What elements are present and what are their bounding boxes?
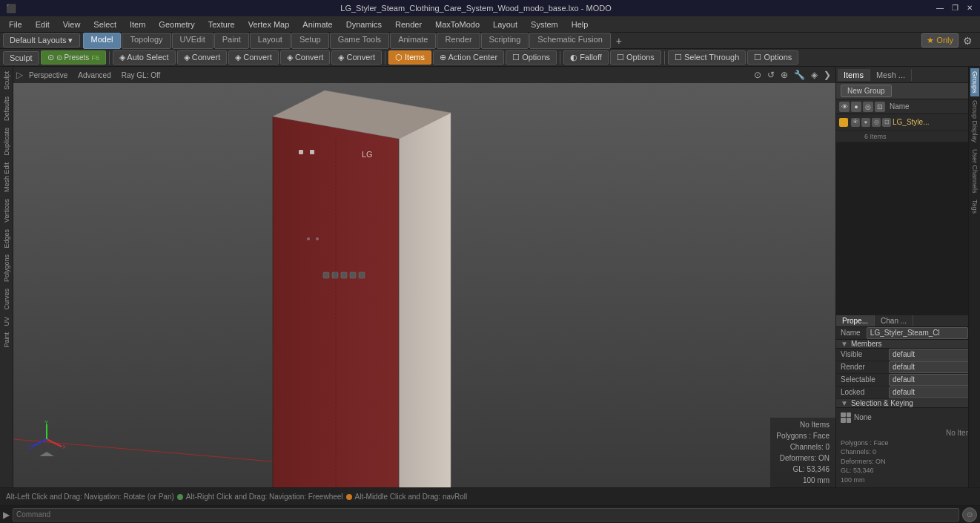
left-tab-edges[interactable]: Edges	[1, 226, 12, 251]
command-go-btn[interactable]: ⊙	[962, 507, 977, 522]
selectable-label: Selectable	[841, 375, 889, 384]
visible-dropdown[interactable]: default ▾	[889, 349, 976, 361]
tab-animate[interactable]: Animate	[390, 33, 436, 49]
left-tab-curves[interactable]: Curves	[1, 286, 12, 313]
auto-select-btn[interactable]: ◈ Auto Select	[113, 50, 176, 65]
viewport-icon-6[interactable]: ❯	[822, 70, 832, 80]
options-btn-3[interactable]: ☐ Options	[747, 50, 798, 65]
selection-label: Selection & Keying	[851, 399, 913, 407]
item-vis-dot[interactable]: ●	[861, 118, 870, 127]
locked-dropdown[interactable]: default ▾	[889, 387, 976, 398]
item-vis-circle[interactable]: ◎	[872, 118, 881, 127]
menu-layout[interactable]: Layout	[487, 19, 523, 30]
item-row[interactable]: 👁 ● ◎ ⊡ LG_Style...	[836, 114, 980, 131]
command-input[interactable]	[13, 508, 959, 522]
minimize-btn[interactable]: —	[936, 4, 944, 13]
item-vis-box[interactable]: ⊡	[882, 118, 891, 127]
render-dropdown[interactable]: default ▾	[889, 361, 976, 373]
items-box-icon[interactable]: ⊡	[875, 102, 885, 112]
items-circle-icon[interactable]: ◎	[863, 102, 873, 112]
tab-add[interactable]: +	[612, 33, 626, 49]
tab-topology[interactable]: Topology	[122, 33, 170, 49]
tab-schematic-fusion[interactable]: Schematic Fusion	[529, 33, 610, 49]
tab-render[interactable]: Render	[437, 33, 480, 49]
default-layouts-btn[interactable]: Default Layouts ▾	[3, 33, 80, 47]
props-tab-channels[interactable]: Chan ...	[875, 315, 913, 326]
action-center-btn[interactable]: ⊕ Action Center	[433, 50, 504, 65]
options-btn-1[interactable]: ☐ Options	[506, 50, 557, 65]
viewport-icon-1[interactable]: ⊙	[752, 70, 763, 80]
left-tab-paint[interactable]: Paint	[1, 329, 12, 351]
convert-btn-1[interactable]: ◈ Convert	[177, 50, 228, 65]
viewport-icon-2[interactable]: ↺	[766, 70, 776, 80]
close-btn[interactable]: ✕	[965, 4, 974, 13]
menu-edit[interactable]: Edit	[30, 19, 56, 30]
menu-geometry[interactable]: Geometry	[153, 19, 200, 30]
right-tab-items[interactable]: Items	[838, 69, 870, 81]
left-tab-polygons[interactable]: Polygons	[1, 251, 12, 285]
viewport-icon-3[interactable]: ⊕	[779, 70, 789, 80]
advanced-btn[interactable]: Advanced	[73, 70, 115, 80]
left-tab-mesh-edit[interactable]: Mesh Edit	[1, 159, 12, 195]
options-btn-2[interactable]: ☐ Options	[610, 50, 661, 65]
menu-dynamics[interactable]: Dynamics	[340, 19, 388, 30]
rvtab-user-channels[interactable]: User Channels	[970, 146, 979, 197]
menu-select[interactable]: Select	[87, 19, 122, 30]
sculpt-btn[interactable]: Sculpt	[3, 51, 39, 65]
viewport-area[interactable]: ▷ Perspective Advanced Ray GL: Off ⊙ ↺ ⊕…	[13, 67, 835, 487]
tab-game-tools[interactable]: Game Tools	[330, 33, 390, 49]
ray-gl-btn[interactable]: Ray GL: Off	[117, 70, 165, 80]
members-section-header[interactable]: ▼ Members	[836, 340, 980, 349]
items-eye-icon[interactable]: 👁	[839, 102, 850, 112]
new-group-btn[interactable]: New Group	[841, 85, 892, 97]
command-arrow[interactable]: ▶	[3, 510, 10, 520]
perspective-btn[interactable]: Perspective	[24, 70, 72, 80]
expand-viewport-btn[interactable]: ▷	[16, 70, 23, 80]
tab-scripting[interactable]: Scripting	[481, 33, 529, 49]
selectable-dropdown[interactable]: default ▾	[889, 374, 976, 386]
item-name-label[interactable]: LG_Style...	[893, 118, 977, 126]
selection-keying-header[interactable]: ▼ Selection & Keying	[836, 399, 980, 408]
convert-btn-3[interactable]: ◈ Convert	[280, 50, 331, 65]
rvtab-group-display[interactable]: Group Display	[970, 97, 979, 145]
menu-file[interactable]: File	[3, 19, 28, 30]
menu-animate[interactable]: Animate	[297, 19, 338, 30]
menu-view[interactable]: View	[57, 19, 87, 30]
tab-paint[interactable]: Paint	[214, 33, 249, 49]
left-tab-defaults[interactable]: Defaults	[1, 93, 12, 124]
items-btn[interactable]: ⬡ Items	[388, 50, 431, 65]
menu-render[interactable]: Render	[389, 19, 428, 30]
left-tab-uv[interactable]: UV	[1, 314, 12, 329]
menu-texture[interactable]: Texture	[202, 19, 241, 30]
viewport-canvas[interactable]: LG	[13, 83, 835, 487]
props-name-input[interactable]	[867, 327, 968, 339]
left-tab-duplicate[interactable]: Duplicate	[1, 125, 12, 159]
convert-btn-2[interactable]: ◈ Convert	[228, 50, 279, 65]
item-vis-eye[interactable]: 👁	[851, 118, 860, 127]
convert-btn-4[interactable]: ◈ Convert	[331, 50, 382, 65]
maximize-btn[interactable]: ❐	[950, 4, 959, 13]
items-dot-icon[interactable]: ●	[851, 102, 861, 112]
menu-item[interactable]: Item	[124, 19, 151, 30]
viewport-icon-5[interactable]: ◈	[810, 70, 819, 80]
select-through-btn[interactable]: ☐ Select Through	[668, 50, 746, 65]
left-tab-vertices[interactable]: Vertices	[1, 196, 12, 226]
viewport-icon-4[interactable]: 🔧	[792, 70, 807, 80]
menu-vertex-map[interactable]: Vertex Map	[242, 19, 296, 30]
presets-btn[interactable]: ⊙ ⊙ Presets F6	[41, 50, 106, 65]
props-tab-properties[interactable]: Prope...	[836, 315, 875, 326]
tab-layout[interactable]: Layout	[250, 33, 291, 49]
menu-system[interactable]: System	[525, 19, 564, 30]
star-only-btn[interactable]: ★ Only	[921, 33, 959, 47]
tab-setup[interactable]: Setup	[291, 33, 329, 49]
rvtab-groups[interactable]: Groups	[970, 68, 979, 96]
falloff-btn[interactable]: ◐ Falloff	[563, 50, 609, 65]
right-tab-mesh[interactable]: Mesh ...	[870, 69, 912, 81]
menu-help[interactable]: Help	[566, 19, 595, 30]
menu-maxtomodo[interactable]: MaxToModo	[429, 19, 486, 30]
tab-uvedit[interactable]: UVEdit	[172, 33, 213, 49]
tab-model[interactable]: Model	[83, 33, 122, 49]
rvtab-tags[interactable]: Tags	[970, 197, 979, 217]
left-tab-sculpt[interactable]: Sculpt	[1, 68, 12, 93]
settings-icon[interactable]: ⚙	[959, 33, 977, 48]
